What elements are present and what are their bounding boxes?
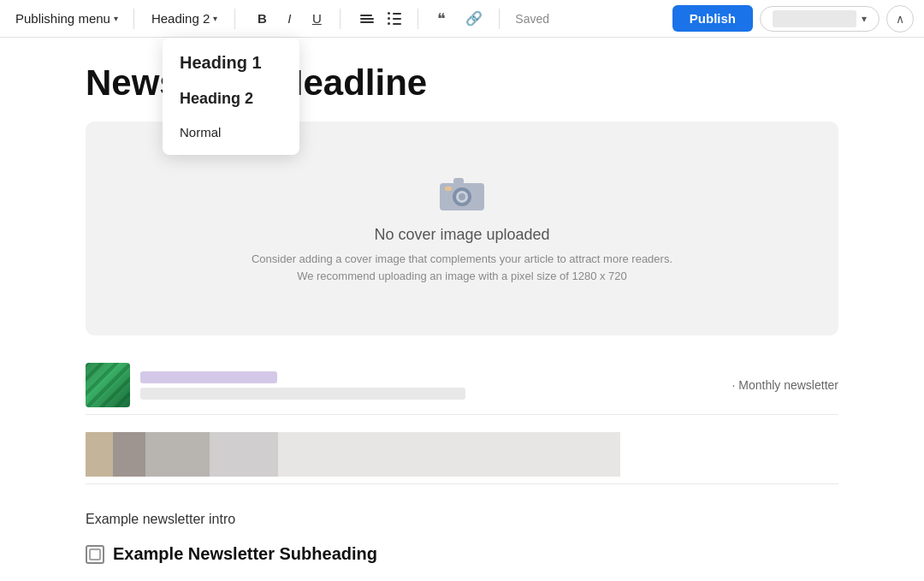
svg-point-3 [459,193,465,200]
underline-button[interactable]: U [304,6,329,32]
publishing-menu-label: Publishing menu [15,11,110,26]
cover-image-desc-line2: We recommend uploading an image with a p… [252,268,672,285]
blockquote-icon: ❝ [437,11,446,27]
newsletter-row: · Monthly newsletter [86,363,838,415]
sr-bar-gray4 [278,432,620,477]
second-row-bars [86,432,620,477]
heading-2-label: Heading 2 [180,90,253,107]
ordered-list-button[interactable] [354,6,380,32]
italic-button[interactable]: I [276,6,302,32]
underline-icon: U [312,11,322,26]
cover-image-desc: Consider adding a cover image that compl… [252,251,672,284]
toolbar-divider-4 [418,9,418,29]
heading-dropdown: Heading 1 Heading 2 Normal [163,38,299,155]
audience-dropdown-value [773,10,856,27]
example-intro: Example newsletter intro [86,512,838,527]
sr-bar-gray1 [113,432,145,477]
newsletter-bar-group [140,371,715,400]
bold-button[interactable]: B [249,6,275,32]
unordered-list-button[interactable] [382,6,407,32]
newsletter-bar-light [140,388,465,400]
heading-chevron-icon: ▾ [213,14,217,23]
second-row [86,432,838,484]
collapse-button[interactable]: ∧ [886,5,914,33]
cover-image-desc-line1: Consider adding a cover image that compl… [252,251,672,268]
main-content: Newsletter Headline No cover image uploa… [0,38,924,581]
newsletter-bar-purple [140,371,277,383]
sr-bar-gray2 [145,432,210,477]
heading-selector-button[interactable]: Heading 2 ▾ [145,8,224,29]
sr-bar-tan [86,432,113,477]
publish-button[interactable]: Publish [672,5,753,32]
example-subheading: Example Newsletter Subheading [86,544,838,564]
toolbar-divider-2 [234,9,235,29]
camera-icon [438,173,486,216]
toolbar-divider-1 [133,9,134,29]
normal-label: Normal [180,125,221,139]
toolbar-divider-5 [499,9,500,29]
newsletter-thumbnail [86,363,130,407]
blockquote-button[interactable]: ❝ [429,6,454,32]
italic-icon: I [287,11,291,26]
cover-image-title: No cover image uploaded [374,226,549,244]
bold-icon: B [258,11,267,26]
format-group: B I U [249,6,329,32]
heading-1-label: Heading 1 [180,53,262,72]
heading-1-option[interactable]: Heading 1 [163,44,299,81]
example-subheading-text: Example Newsletter Subheading [113,544,377,564]
heading-selector-label: Heading 2 [151,11,210,26]
sr-bar-gray3 [210,432,278,477]
collapse-icon: ∧ [896,12,904,26]
newsletter-label: · Monthly newsletter [732,378,839,392]
audience-dropdown[interactable]: ▾ [760,6,880,32]
publishing-menu-button[interactable]: Publishing menu ▾ [10,8,123,29]
ordered-list-icon [360,15,374,23]
publish-label: Publish [690,11,736,26]
chevron-down-icon: ▾ [114,14,118,23]
normal-option[interactable]: Normal [163,116,299,148]
svg-rect-4 [453,178,464,185]
subheading-icon [86,545,104,564]
svg-rect-6 [90,549,100,560]
list-format-group [354,6,407,32]
toolbar-divider-3 [340,9,341,29]
svg-rect-5 [445,187,452,191]
saved-status: Saved [515,12,549,26]
toolbar: Publishing menu ▾ Heading 2 ▾ B I U [0,0,924,38]
audience-dropdown-chevron: ▾ [862,13,867,25]
link-icon: 🔗 [465,10,483,27]
link-button[interactable]: 🔗 [461,6,487,32]
heading-2-option[interactable]: Heading 2 [163,81,299,116]
unordered-list-icon [388,12,401,25]
